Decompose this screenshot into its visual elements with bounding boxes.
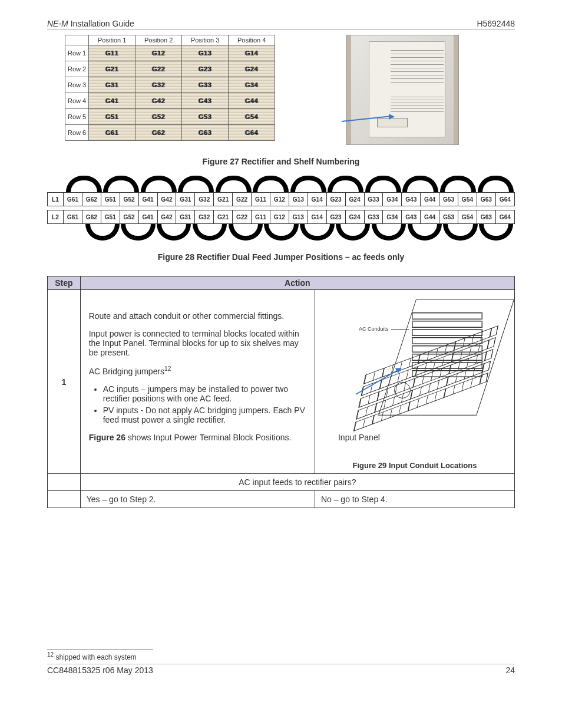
branch-yes: Yes – go to Step 2. — [80, 491, 315, 508]
jumper-cell: G21 — [214, 210, 233, 224]
steps-table: Step Action 1 Route and attach conduit o… — [47, 276, 515, 508]
jumper-cell: G42 — [157, 193, 176, 206]
jumper-cell: G62 — [82, 193, 101, 206]
figure-27-caption: Figure 27 Rectifier and Shelf Numbering — [47, 157, 515, 166]
grid-cell: G54 — [229, 109, 275, 125]
grid-cell: G33 — [182, 77, 229, 93]
footnote-rule — [47, 650, 153, 650]
jumper-cell: G61 — [64, 210, 82, 224]
row-label: Row 4 — [65, 93, 89, 109]
jumper-cell: G61 — [64, 193, 82, 206]
row-label: Row 5 — [65, 109, 89, 125]
jumper-cell: G64 — [495, 193, 514, 206]
step-number: 1 — [48, 290, 81, 474]
grid-cell: G21 — [89, 61, 135, 77]
doc-title-italic: NE-M — [47, 19, 68, 28]
jumper-cell: G23 — [326, 193, 345, 206]
branch-no: No – go to Step 4. — [315, 491, 514, 508]
jumper-cell: G43 — [402, 210, 421, 224]
page-footer: CC848815325 r06 May 2013 24 — [47, 664, 515, 675]
jumper-cell: G44 — [421, 210, 439, 224]
grid-cell: G23 — [182, 61, 229, 77]
footnote-text: shipped with each system — [54, 653, 137, 661]
figure-ref-tail: shows Input Power Terminal Block Positio… — [125, 433, 291, 442]
jumper-cell: G62 — [82, 210, 101, 224]
footnote: 12 shipped with each system — [47, 651, 515, 661]
grid-cell: G62 — [135, 125, 182, 141]
jumper-table: L1 G61G62G51G52G41G42G31G32G21G22G11G12G… — [47, 192, 515, 224]
jumper-cell: G34 — [383, 210, 402, 224]
jumper-cell: G11 — [252, 193, 270, 206]
grid-cell: G41 — [89, 93, 135, 109]
equipment-photo — [346, 35, 459, 145]
rectifier-grid-table: Position 1 Position 2 Position 3 Positio… — [65, 35, 275, 141]
grid-cell: G34 — [229, 77, 275, 93]
doc-title: NE-M Installation Guide — [47, 19, 134, 28]
row-label: Row 3 — [65, 77, 89, 93]
jumper-cell: G22 — [233, 210, 252, 224]
jumper-cell: G11 — [252, 210, 270, 224]
jumper-cell: G24 — [345, 193, 364, 206]
grid-cell: G14 — [229, 45, 275, 61]
jumper-cell: G21 — [214, 193, 233, 206]
jumper-arcs-top — [47, 176, 515, 192]
grid-cell: G44 — [229, 93, 275, 109]
action-paragraph: Route and attach conduit or other commer… — [89, 311, 306, 321]
action-header: Action — [80, 276, 514, 290]
figure-27-area: Position 1 Position 2 Position 3 Positio… — [65, 35, 497, 145]
grid-cell: G11 — [89, 45, 135, 61]
arrow-head-icon — [389, 114, 395, 120]
ac-conduits-label: AC Conduits — [359, 326, 389, 332]
grid-cell: G32 — [135, 77, 182, 93]
jumper-row-head: L1 — [48, 193, 64, 206]
jumper-cell: G14 — [308, 193, 326, 206]
grid-cell: G22 — [135, 61, 182, 77]
figure-28-area: L1 G61G62G51G52G41G42G31G32G21G22G11G12G… — [47, 176, 515, 241]
step-header: Step — [48, 276, 81, 290]
jumper-cell: G53 — [439, 210, 458, 224]
input-panel-label: Input Panel — [338, 433, 380, 442]
jumper-cell: G31 — [176, 193, 195, 206]
jumper-row-head: L2 — [48, 210, 64, 224]
jumper-cell: G54 — [458, 193, 477, 206]
ac-bridging-lead: AC Bridging jumpers — [89, 367, 164, 376]
grid-cell: G13 — [182, 45, 229, 61]
jumper-cell: G41 — [138, 193, 157, 206]
jumper-cell: G22 — [233, 193, 252, 206]
jumper-cell: G54 — [458, 210, 477, 224]
position-header: Position 1 — [89, 35, 135, 45]
jumper-cell: G44 — [421, 193, 439, 206]
action-text-cell: Route and attach conduit or other commer… — [80, 290, 315, 474]
figure-29-caption: Figure 29 Input Conduit Locations — [321, 461, 508, 470]
jumper-cell: G14 — [308, 210, 326, 224]
position-header: Position 4 — [229, 35, 275, 45]
jumper-cell: G34 — [383, 193, 402, 206]
doc-number: H5692448 — [477, 19, 515, 28]
action-list-item: PV inputs - Do not apply AC bridging jum… — [103, 406, 306, 424]
question-row: AC input feeds to rectifier pairs? — [80, 474, 514, 491]
jumper-cell: G33 — [364, 210, 383, 224]
jumper-cell: G51 — [101, 210, 120, 224]
jumper-cell: G13 — [289, 193, 308, 206]
grid-cell: G63 — [182, 125, 229, 141]
row-label: Row 2 — [65, 61, 89, 77]
jumper-cell: G13 — [289, 210, 308, 224]
action-list-item: AC inputs – jumpers may be installed to … — [103, 384, 306, 403]
footnote-number: 12 — [47, 651, 54, 658]
jumper-cell: G64 — [495, 210, 514, 224]
jumper-cell: G51 — [101, 193, 120, 206]
grid-cell: G52 — [135, 109, 182, 125]
grid-cell: G24 — [229, 61, 275, 77]
grid-cell: G42 — [135, 93, 182, 109]
row-label: Row 6 — [65, 125, 89, 141]
figure-29-drawing: AC Conduits Input Panel — [326, 294, 503, 459]
jumper-cell: G52 — [120, 193, 138, 206]
leader-line-icon — [391, 329, 409, 330]
action-paragraph: Figure 26 shows Input Power Terminal Blo… — [89, 433, 306, 442]
jumper-cell: G53 — [439, 193, 458, 206]
jumper-cell: G23 — [326, 210, 345, 224]
page-header: NE-M Installation Guide H5692448 — [47, 19, 515, 30]
grid-cell: G64 — [229, 125, 275, 141]
footer-left: CC848815325 r06 May 2013 — [47, 666, 153, 675]
grid-cell: G12 — [135, 45, 182, 61]
